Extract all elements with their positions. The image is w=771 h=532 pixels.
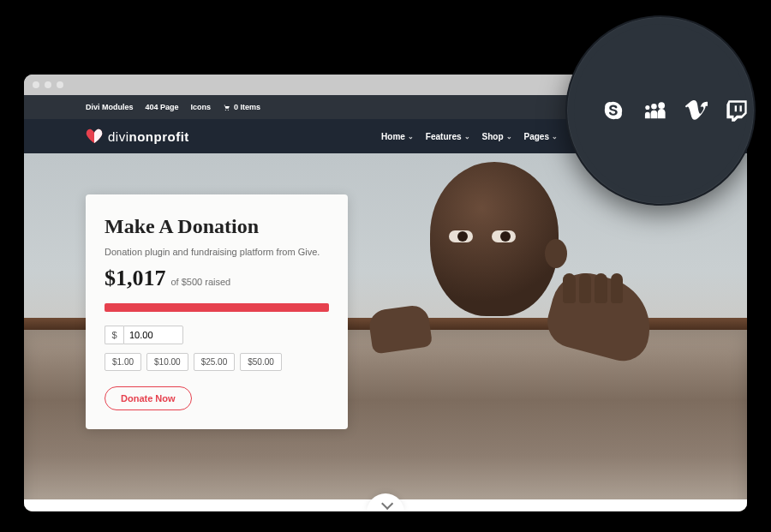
skype-icon[interactable] <box>601 99 625 123</box>
donation-presets: $1.00 $10.00 $25.00 $50.00 <box>105 353 329 371</box>
menu-item-pages[interactable]: Pages⌄ <box>524 132 558 141</box>
menu-label: Home <box>381 132 405 141</box>
svg-point-0 <box>225 109 226 110</box>
donation-goal: of $500 raised <box>171 277 231 287</box>
chevron-down-icon: ⌄ <box>552 133 558 140</box>
donation-card: Make A Donation Donation plugin and fund… <box>86 194 348 429</box>
heart-icon <box>86 129 103 144</box>
donate-now-button[interactable]: Donate Now <box>105 386 192 410</box>
chevron-down-icon: ⌄ <box>464 133 470 140</box>
window-control[interactable] <box>33 81 39 88</box>
preset-amount[interactable]: $10.00 <box>146 353 188 371</box>
zoom-callout <box>565 15 756 206</box>
donation-progress-bar <box>105 303 329 312</box>
menu-label: Features <box>426 132 462 141</box>
window-control[interactable] <box>45 81 51 88</box>
topbar-link[interactable]: Icons <box>191 103 212 111</box>
brand-suffix: nonprofit <box>129 129 189 144</box>
preset-amount[interactable]: $25.00 <box>194 353 236 371</box>
donation-progress <box>105 303 329 312</box>
menu-item-shop[interactable]: Shop⌄ <box>482 132 512 141</box>
donation-amount: $1,017 <box>105 266 166 291</box>
preset-amount[interactable]: $50.00 <box>240 353 282 371</box>
topbar-link[interactable]: 404 Page <box>146 103 179 111</box>
donation-subtitle: Donation plugin and fundraising platform… <box>105 247 329 257</box>
menu-item-home[interactable]: Home⌄ <box>381 132 414 141</box>
menu-item-features[interactable]: Features⌄ <box>426 132 470 141</box>
svg-point-1 <box>228 109 229 110</box>
primary-menu: Home⌄ Features⌄ Shop⌄ Pages⌄ <box>381 132 558 141</box>
menu-label: Shop <box>482 132 504 141</box>
svg-point-10 <box>658 102 665 109</box>
svg-point-8 <box>645 105 649 110</box>
hero-section: Make A Donation Donation plugin and fund… <box>24 153 747 511</box>
donation-amount-input[interactable] <box>123 326 183 344</box>
myspace-icon[interactable] <box>642 99 666 123</box>
topbar-link[interactable]: Divi Modules <box>86 103 134 111</box>
currency-label: $ <box>105 326 123 344</box>
brand-prefix: divi <box>108 129 129 144</box>
chevron-down-icon: ⌄ <box>408 133 414 140</box>
cart-icon <box>223 104 230 111</box>
svg-point-9 <box>651 104 657 110</box>
cart-count: 0 Items <box>234 103 260 111</box>
vimeo-icon[interactable] <box>684 99 708 123</box>
window-control[interactable] <box>57 81 63 88</box>
chevron-down-icon: ⌄ <box>506 133 512 140</box>
preset-amount[interactable]: $1.00 <box>105 353 141 371</box>
site-logo[interactable]: divinonprofit <box>86 129 189 144</box>
cart-link[interactable]: 0 Items <box>223 103 260 111</box>
donation-heading: Make A Donation <box>105 215 329 238</box>
menu-label: Pages <box>524 132 549 141</box>
twitch-icon[interactable] <box>725 99 749 123</box>
